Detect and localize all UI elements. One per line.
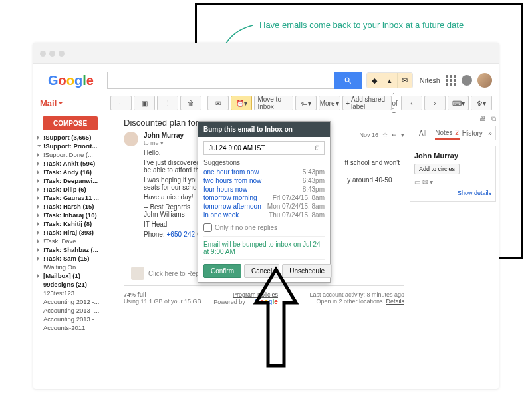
reply-icon[interactable]: ↩ xyxy=(392,132,397,138)
sidebar-folder[interactable]: 99designs (21) xyxy=(37,280,118,289)
labels-button[interactable]: 🏷▾ xyxy=(295,96,317,110)
back-button[interactable]: ← xyxy=(110,96,132,110)
phone-link[interactable]: +650-242- xyxy=(166,231,197,238)
spam-button[interactable]: ! xyxy=(157,96,178,110)
sidebar-folder[interactable]: Accounting 2013 -... xyxy=(37,306,118,315)
suggestion-time: 5:43pm xyxy=(303,168,325,176)
ext-icon-2[interactable]: ▴ xyxy=(382,73,397,88)
email-date: Nov 16 xyxy=(359,132,378,138)
sidebar-folder[interactable]: Accounting 2013 -... xyxy=(37,315,118,323)
contact-name: John Murray xyxy=(414,152,491,160)
search-icon xyxy=(344,76,352,85)
avatar[interactable] xyxy=(477,73,492,88)
page-prev[interactable]: ‹ xyxy=(401,96,422,110)
folder-label: [Mailbox] (1) xyxy=(43,272,80,279)
input-tools[interactable]: ⌨▾ xyxy=(448,96,469,110)
folder-label: Accounting 2012 -... xyxy=(43,298,100,305)
snooze-suggestion[interactable]: in one weekThu 07/24/15, 8am xyxy=(203,211,325,219)
sidebar-folder[interactable]: !Task: Kshitij (8) xyxy=(37,219,118,228)
tab-history[interactable]: History xyxy=(460,126,485,140)
sidebar-folder[interactable]: !Task: Shahbaz (... xyxy=(37,245,118,254)
sidebar-folder[interactable]: !Task: Andy (16) xyxy=(37,168,118,176)
sidebar-folder[interactable]: !Support: Priorit... xyxy=(37,142,118,150)
only-if-checkbox[interactable] xyxy=(203,223,212,232)
move-to-inbox-button[interactable]: Move to Inbox xyxy=(254,96,293,110)
settings-gear[interactable]: ⚙▾ xyxy=(471,96,492,110)
delete-button[interactable]: 🗑 xyxy=(180,96,201,110)
sidebar-folder[interactable]: Accounting 2012 -... xyxy=(37,297,118,306)
markread-button[interactable]: ✉ xyxy=(207,96,229,110)
sidebar-folder[interactable]: !Task: Niraj (393) xyxy=(37,228,118,237)
page-next[interactable]: › xyxy=(424,96,446,110)
add-shared-label-button[interactable]: + Add shared label xyxy=(342,96,392,110)
sidebar-folder[interactable]: !Task: Harsh (15) xyxy=(37,202,118,211)
more-button[interactable]: More▾ xyxy=(319,96,340,110)
sidebar-folder[interactable]: !Task: Sam (15) xyxy=(37,254,118,263)
tab-all[interactable]: All xyxy=(410,126,435,140)
folder-label: !Task: Inbaraj (10) xyxy=(43,211,97,219)
archive-button[interactable]: ▣ xyxy=(134,96,155,110)
snooze-suggestion[interactable]: four hours now8:43pm xyxy=(203,185,325,194)
print-icon[interactable]: 🖶 ⧉ xyxy=(410,115,496,123)
snooze-date-field[interactable]: 🗓 xyxy=(203,141,325,155)
right-panel: 🖶 ⧉ All Notes 2 History » John Murray Ad… xyxy=(407,112,499,392)
sidebar-folder[interactable]: !Task: Gaurav11 ... xyxy=(37,194,118,202)
tab-notes[interactable]: Notes 2 xyxy=(435,126,460,140)
sidebar-folder[interactable]: !Support (3,665) xyxy=(37,133,118,142)
snooze-button[interactable]: ⏰▾ xyxy=(231,96,252,110)
more-menu-icon[interactable]: ▾ xyxy=(401,132,404,138)
folder-label: !Task: Deepanwi... xyxy=(43,177,98,184)
folder-label: Accounts-2011 xyxy=(43,324,85,331)
right-tabs: All Notes 2 History » xyxy=(410,126,496,140)
sidebar-folder[interactable]: !Task: Inbaraj (10) xyxy=(37,211,118,219)
folder-list: !Support (3,665)!Support: Priorit...!Sup… xyxy=(37,133,118,332)
notifications-icon[interactable] xyxy=(462,75,472,86)
browser-chrome xyxy=(33,43,499,64)
snooze-popover: Bump this email to Inbox on 🗓 Suggestion… xyxy=(198,121,331,283)
folder-label: Accounting 2013 -... xyxy=(43,315,100,323)
confirm-button[interactable]: Confirm xyxy=(203,264,241,278)
ext-icon-3[interactable]: ✉ xyxy=(397,73,412,88)
tabs-expand[interactable]: » xyxy=(485,126,495,140)
star-icon[interactable]: ☆ xyxy=(382,132,388,138)
sidebar-folder[interactable]: [Mailbox] (1) xyxy=(37,271,118,280)
sidebar-folder[interactable]: !Task: Dilip (6) xyxy=(37,185,118,194)
snooze-suggestion[interactable]: two hours from now6:43pm xyxy=(203,176,325,185)
activity-line: Last account activity: 8 minutes ago xyxy=(309,291,404,298)
ext-icon-1[interactable]: ◆ xyxy=(367,73,382,88)
sidebar-folder[interactable]: 123test123 xyxy=(37,289,118,297)
calendar-icon[interactable]: 🗓 xyxy=(314,144,321,152)
sidebar-folder[interactable]: !Support:Done (... xyxy=(37,150,118,159)
search-input[interactable] xyxy=(107,72,334,89)
compose-button[interactable]: COMPOSE xyxy=(43,116,98,130)
pager: 1 of 1 ‹ › ⌨▾ ⚙▾ xyxy=(392,92,492,114)
suggestion-time: 8:43pm xyxy=(303,186,325,193)
extension-icons[interactable]: ◆ ▴ ✉ xyxy=(366,72,413,88)
sidebar-folder[interactable]: !Waiting On xyxy=(37,263,118,271)
sidebar: COMPOSE !Support (3,665)!Support: Priori… xyxy=(33,112,120,392)
snooze-suggestion[interactable]: tomorrow morningFri 07/24/15, 8am xyxy=(203,194,325,202)
apps-icon[interactable] xyxy=(446,75,456,86)
callout-text: Have emails come back to your inbox at a… xyxy=(259,20,464,30)
sidebar-folder[interactable]: !Task: Deepanwi... xyxy=(37,176,118,185)
folder-label: 123test123 xyxy=(43,289,74,297)
suggestion-time: Thu 07/24/15, 8am xyxy=(269,211,325,219)
snooze-date-input[interactable] xyxy=(207,144,314,152)
snooze-suggestion[interactable]: one hour from now5:43pm xyxy=(203,168,325,176)
suggestion-label: in one week xyxy=(203,211,239,219)
user-name[interactable]: Nitesh xyxy=(420,76,440,84)
show-details-link[interactable]: Show details xyxy=(458,190,491,196)
folder-label: !Task: Gaurav11 ... xyxy=(43,194,99,201)
add-to-circles[interactable]: Add to circles xyxy=(414,164,460,174)
mail-dropdown[interactable]: Mail xyxy=(40,98,63,108)
bump-confirmation-msg: Email will be bumped to inbox on Jul 24 … xyxy=(203,236,325,260)
search-button[interactable] xyxy=(334,72,362,89)
sidebar-folder[interactable]: Accounts-2011 xyxy=(37,323,118,332)
email-meta: Nov 16 ☆ ↩ ▾ xyxy=(359,132,404,138)
sidebar-folder[interactable]: !Task: Dave xyxy=(37,237,118,245)
snooze-suggestion[interactable]: tomorrow afternoonMon 07/24/15, 8am xyxy=(203,202,325,211)
only-if-noreply[interactable]: Only if no one replies xyxy=(203,223,325,232)
details-link[interactable]: Details xyxy=(386,298,404,305)
page-count: 1 of 1 xyxy=(392,92,399,114)
sidebar-folder[interactable]: !Task: Ankit (594) xyxy=(37,159,118,168)
